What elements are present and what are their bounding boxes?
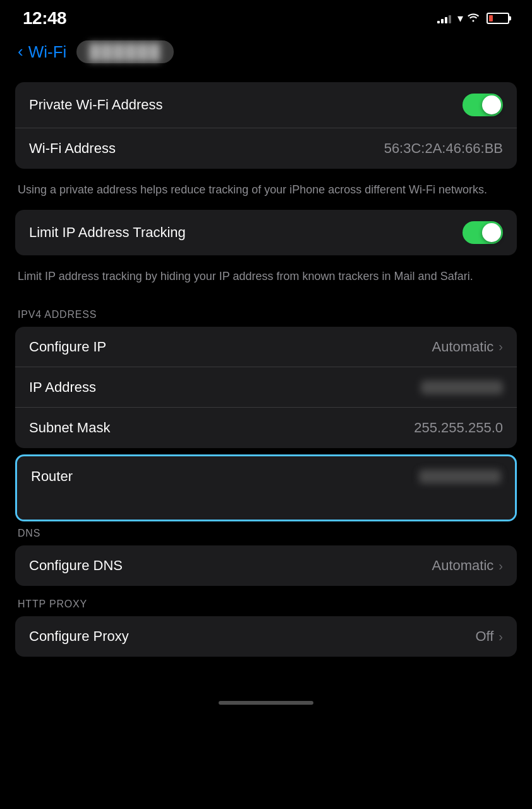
ip-address-label: IP Address: [29, 379, 96, 396]
configure-proxy-label: Configure Proxy: [29, 628, 129, 645]
private-address-description: Using a private address helps reduce tra…: [15, 175, 517, 210]
wifi-address-row: Wi-Fi Address 56:3C:2A:46:66:BB: [15, 128, 517, 169]
status-icons: ▾: [437, 11, 509, 25]
subnet-mask-label: Subnet Mask: [29, 420, 110, 436]
status-bar: 12:48 ▾: [0, 0, 532, 34]
chevron-icon: ›: [499, 339, 503, 354]
wifi-icon: ▾: [457, 11, 480, 25]
limit-tracking-toggle[interactable]: [462, 221, 503, 244]
configure-ip-row[interactable]: Configure IP Automatic ›: [15, 327, 517, 367]
back-arrow-icon[interactable]: ‹: [18, 43, 23, 59]
network-name: ██████: [76, 40, 174, 63]
toggle-knob-2: [482, 223, 501, 242]
battery-icon: [487, 13, 509, 24]
dns-section-label: DNS: [15, 528, 517, 539]
chevron-icon-proxy: ›: [499, 630, 503, 644]
ip-address-row: IP Address: [15, 367, 517, 408]
limit-tracking-row[interactable]: Limit IP Address Tracking: [15, 210, 517, 255]
home-bar: [219, 701, 313, 705]
http-proxy-card: Configure Proxy Off ›: [15, 616, 517, 657]
configure-proxy-value: Off ›: [475, 628, 503, 645]
subnet-mask-row: Subnet Mask 255.255.255.0: [15, 408, 517, 448]
router-label: Router: [31, 468, 73, 485]
private-address-card: Private Wi-Fi Address Wi-Fi Address 56:3…: [15, 82, 517, 169]
wifi-address-value: 56:3C:2A:46:66:BB: [384, 140, 503, 157]
limit-tracking-card: Limit IP Address Tracking: [15, 210, 517, 255]
configure-ip-value: Automatic ›: [432, 339, 504, 355]
router-row: Router: [17, 456, 515, 497]
content: Private Wi-Fi Address Wi-Fi Address 56:3…: [0, 76, 532, 688]
configure-proxy-row[interactable]: Configure Proxy Off ›: [15, 616, 517, 657]
toggle-knob: [482, 95, 501, 114]
status-time: 12:48: [23, 8, 66, 28]
router-card: Router: [15, 454, 517, 521]
private-wifi-label: Private Wi-Fi Address: [29, 97, 163, 113]
http-proxy-section-label: HTTP PROXY: [15, 599, 517, 610]
configure-dns-value: Automatic ›: [432, 557, 504, 574]
configure-dns-label: Configure DNS: [29, 557, 123, 574]
router-value: [419, 470, 501, 484]
limit-tracking-label: Limit IP Address Tracking: [29, 224, 186, 241]
configure-dns-row[interactable]: Configure DNS Automatic ›: [15, 545, 517, 586]
back-label[interactable]: Wi-Fi: [28, 42, 67, 62]
signal-icon: [437, 13, 451, 23]
private-wifi-toggle[interactable]: [462, 94, 503, 116]
ip-address-value: [421, 380, 503, 394]
configure-ip-label: Configure IP: [29, 339, 106, 355]
subnet-mask-value: 255.255.255.0: [414, 420, 503, 436]
home-indicator: [0, 688, 532, 711]
nav-bar: ‹ Wi-Fi ██████: [0, 34, 532, 76]
chevron-icon-dns: ›: [499, 559, 503, 573]
limit-tracking-description: Limit IP address tracking by hiding your…: [15, 262, 517, 296]
wifi-address-label: Wi-Fi Address: [29, 140, 116, 157]
private-wifi-row[interactable]: Private Wi-Fi Address: [15, 82, 517, 128]
ipv4-section-label: IPV4 ADDRESS: [15, 309, 517, 320]
dns-card: Configure DNS Automatic ›: [15, 545, 517, 586]
router-extra-space: [17, 497, 515, 520]
ipv4-card: Configure IP Automatic › IP Address Subn…: [15, 327, 517, 448]
